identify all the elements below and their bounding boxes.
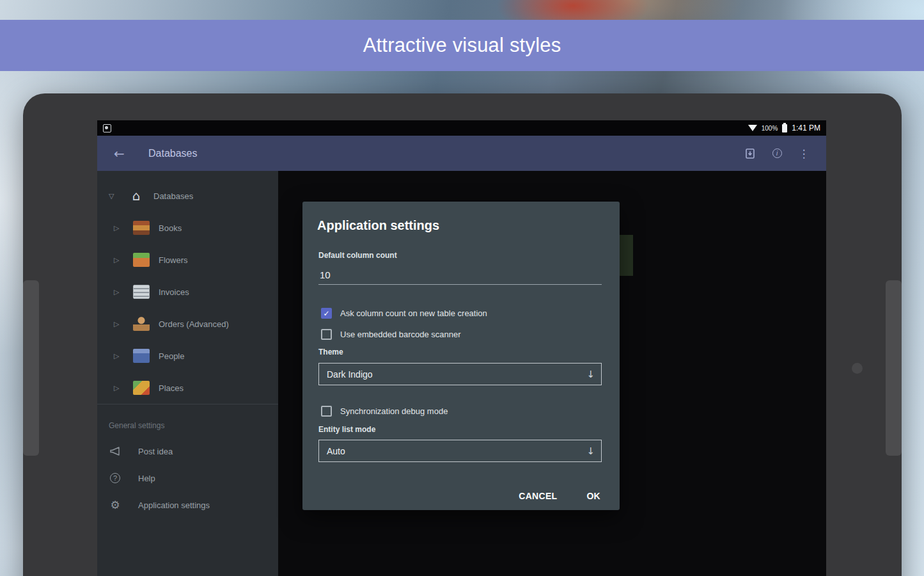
info-icon[interactable]: i	[763, 141, 790, 166]
info-letter: i	[772, 148, 782, 158]
screen: 100% 1:41 PM ← Databases i ⋮	[97, 120, 826, 576]
checkbox-label: Ask column count on new table creation	[340, 308, 487, 318]
books-icon	[133, 221, 150, 235]
sidebar-item-label: Post idea	[138, 447, 173, 456]
theme-dropdown[interactable]: Dark Indigo ↓	[318, 363, 602, 385]
sidebar-item-label: Application settings	[138, 500, 210, 510]
status-time: 1:41 PM	[792, 124, 820, 132]
sidebar-item-label: People	[159, 351, 184, 361]
cancel-button[interactable]: CANCEL	[519, 491, 557, 501]
status-right-cluster: 100% 1:41 PM	[748, 124, 820, 132]
theme-label: Theme	[318, 348, 620, 356]
ok-button[interactable]: OK	[586, 491, 600, 501]
checkbox-label: Use embedded barcode scanner	[340, 330, 461, 339]
checkbox-checked[interactable]: ✓	[321, 308, 332, 319]
entity-list-mode-label: Entity list mode	[318, 425, 620, 434]
orders-icon	[133, 317, 150, 331]
app-bar: ← Databases i ⋮	[97, 136, 826, 171]
notification-icon	[103, 124, 111, 132]
sidebar-item-label: Databases	[153, 191, 193, 201]
gear-glyph: ⚙	[110, 499, 120, 511]
flowers-icon	[133, 253, 150, 267]
default-column-count-label: Default column count	[318, 251, 620, 260]
export-save-icon[interactable]	[737, 141, 763, 166]
dialog-title: Application settings	[317, 218, 620, 233]
expand-icon[interactable]: ▷	[114, 384, 128, 392]
application-settings-dialog: Application settings Default column coun…	[302, 202, 620, 510]
checkbox-label: Synchronization debug mode	[340, 406, 448, 416]
banner-title: Attractive visual styles	[363, 34, 561, 57]
sidebar-item-orders[interactable]: ▷ Orders (Advanced)	[97, 308, 278, 340]
sidebar-item-books[interactable]: ▷ Books	[97, 212, 278, 244]
checkbox-row-sync-debug[interactable]: Synchronization debug mode	[321, 406, 620, 417]
battery-percent: 100%	[762, 125, 778, 132]
sidebar-item-label: Invoices	[159, 287, 189, 297]
app-body: ▽ ⌂ Databases ▷ Books ▷ Flowers ▷	[97, 171, 826, 576]
sidebar-item-label: Books	[159, 223, 182, 233]
checkbox-row-barcode-scanner[interactable]: Use embedded barcode scanner	[321, 329, 620, 340]
sidebar-item-label: Flowers	[159, 255, 188, 265]
banner: Attractive visual styles	[0, 20, 924, 71]
chevron-down-icon: ↓	[586, 445, 595, 457]
sidebar-item-help[interactable]: ? Help	[97, 465, 278, 492]
sidebar-item-application-settings[interactable]: ⚙ Application settings	[97, 492, 278, 518]
left-page-indicator	[23, 280, 39, 456]
status-bar: 100% 1:41 PM	[97, 120, 826, 136]
people-icon	[133, 349, 150, 363]
megaphone-icon	[109, 446, 121, 456]
expand-icon[interactable]: ▷	[114, 224, 128, 232]
sidebar-item-label: Orders (Advanced)	[159, 319, 229, 329]
checkbox-row-ask-column-count[interactable]: ✓ Ask column count on new table creation	[321, 308, 620, 319]
appbar-title: Databases	[148, 148, 198, 159]
tablet-frame: 100% 1:41 PM ← Databases i ⋮	[23, 93, 902, 576]
places-icon	[133, 381, 150, 395]
expand-icon[interactable]: ▷	[114, 256, 128, 264]
invoices-icon	[133, 285, 150, 299]
sidebar-item-flowers[interactable]: ▷ Flowers	[97, 244, 278, 276]
overflow-menu-icon[interactable]: ⋮	[790, 141, 817, 166]
sidebar-item-post-idea[interactable]: Post idea	[97, 438, 278, 465]
theme-value: Dark Indigo	[327, 369, 373, 380]
chevron-down-icon: ↓	[586, 369, 595, 380]
dialog-buttons: CANCEL OK	[519, 491, 600, 501]
back-icon[interactable]: ←	[114, 146, 136, 161]
sidebar-item-people[interactable]: ▷ People	[97, 340, 278, 372]
sidebar-item-label: Help	[138, 474, 155, 483]
entity-list-mode-value: Auto	[327, 446, 345, 456]
tablet-camera	[852, 363, 863, 374]
entity-list-mode-dropdown[interactable]: Auto ↓	[318, 440, 602, 462]
sidebar-item-label: Places	[159, 383, 184, 393]
wifi-icon	[748, 125, 757, 131]
help-icon: ?	[109, 473, 121, 483]
sidebar-section-label: General settings	[97, 404, 278, 438]
sidebar-item-invoices[interactable]: ▷ Invoices	[97, 276, 278, 308]
home-icon: ⌂	[128, 189, 145, 203]
right-page-indicator	[886, 280, 902, 456]
battery-icon	[782, 124, 787, 132]
expand-icon[interactable]: ▷	[114, 320, 128, 328]
expand-icon[interactable]: ▷	[114, 352, 128, 360]
checkbox-unchecked[interactable]	[321, 329, 332, 340]
gear-icon: ⚙	[109, 499, 121, 511]
content-area: Application settings Default column coun…	[278, 171, 826, 576]
collapse-icon[interactable]: ▽	[109, 192, 123, 200]
help-glyph: ?	[110, 473, 120, 483]
sidebar: ▽ ⌂ Databases ▷ Books ▷ Flowers ▷	[97, 171, 278, 576]
checkbox-unchecked[interactable]	[321, 406, 332, 417]
default-column-count-input[interactable]: 10	[318, 269, 602, 285]
sidebar-item-databases[interactable]: ▽ ⌂ Databases	[97, 180, 278, 212]
expand-icon[interactable]: ▷	[114, 288, 128, 296]
sidebar-item-places[interactable]: ▷ Places	[97, 372, 278, 404]
